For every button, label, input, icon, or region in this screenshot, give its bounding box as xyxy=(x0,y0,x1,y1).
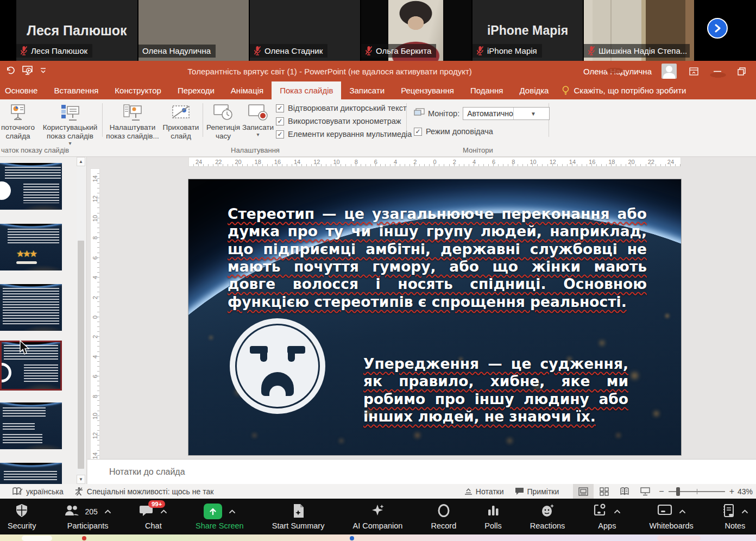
scrollbar-thumb[interactable] xyxy=(78,241,84,469)
minimize-button[interactable] xyxy=(710,64,724,78)
next-participants-button[interactable] xyxy=(707,18,728,39)
ribbon-checkbox-3[interactable]: ✓Елементи керування мультимедіа xyxy=(276,130,412,139)
slide-thumbnail-2[interactable]: ★★★ xyxy=(0,224,62,270)
participant-tile-5[interactable]: iPhone МаріяiPhone Марія xyxy=(472,0,583,61)
tab-Переходи[interactable]: Переходи xyxy=(169,81,223,99)
checkbox-icon[interactable]: ✓ xyxy=(276,117,284,125)
tab-Записати[interactable]: Записати xyxy=(341,81,393,99)
zoom-slider-thumb[interactable] xyxy=(676,487,680,496)
toolbar-participants[interactable]: 205Participants xyxy=(64,504,111,530)
zoom-percentage[interactable]: 43% xyxy=(738,487,756,496)
tab-Показ слайдів[interactable]: Показ слайдів xyxy=(272,81,341,99)
presenter-mode-checkbox[interactable]: ✓ Режим доповідача xyxy=(414,127,493,136)
slide-paragraph-prejudice[interactable]: Упередження — це судження, як правило, х… xyxy=(363,355,628,425)
notes-toggle[interactable]: Нотатки xyxy=(459,487,509,496)
ribbon-button-поточного[interactable]: поточногослайда xyxy=(0,103,36,141)
ribbon-checkbox-2[interactable]: ✓Використовувати хронометраж xyxy=(276,117,412,125)
tab-Подання[interactable]: Подання xyxy=(462,81,512,99)
start-slideshow-icon[interactable] xyxy=(22,66,33,77)
participant-tile-2[interactable]: Олена Надулична xyxy=(138,0,249,61)
tab-Конструктор[interactable]: Конструктор xyxy=(106,81,169,99)
ribbon-checkbox-1[interactable]: ✓Відтворювати дикторський текст xyxy=(276,104,412,112)
participant-tile-3[interactable]: Олена Стадник xyxy=(250,0,360,61)
reading-view-button[interactable] xyxy=(614,484,635,499)
slide-thumbnail-4[interactable] xyxy=(0,341,62,391)
zoom-in-button[interactable]: + xyxy=(729,487,734,496)
chevron-up-icon[interactable] xyxy=(160,509,167,514)
sad-face-icon[interactable] xyxy=(230,318,325,414)
slide-canvas[interactable]: Стереотип — це узагальнююче переконання … xyxy=(188,179,681,455)
ribbon-button-налаштувати[interactable]: Налаштуватипоказ слайдів... xyxy=(105,103,160,141)
ribbon-display-options-icon[interactable] xyxy=(686,64,701,78)
slide-thumbnail-5[interactable] xyxy=(0,402,62,449)
ribbon-button-label: Приховати xyxy=(163,123,199,132)
customize-qat-icon[interactable] xyxy=(40,66,46,76)
toolbar-reactions[interactable]: Reactions xyxy=(530,504,565,530)
notes-placeholder[interactable]: Нотатки до слайда xyxy=(87,467,185,477)
tell-me-box[interactable]: Скажіть, що потрібно зробити xyxy=(557,81,691,99)
thumbnail-text-lines xyxy=(4,345,58,361)
toolbar-notes[interactable]: Notes xyxy=(722,504,748,530)
scroll-up-arrow[interactable]: ▲ xyxy=(77,157,85,166)
tab-Анімація[interactable]: Анімація xyxy=(223,81,272,99)
chevron-up-icon[interactable] xyxy=(614,509,621,514)
checkbox-icon[interactable]: ✓ xyxy=(276,104,284,112)
toolbar-apps[interactable]: Apps xyxy=(593,504,621,530)
thumbnail-text-lines xyxy=(4,471,57,481)
chat-icon-wrap: 99+ xyxy=(140,504,167,520)
chevron-up-icon[interactable] xyxy=(679,509,686,514)
ribbon-button-записати[interactable]: Записати▾ xyxy=(241,103,275,137)
checkbox-icon[interactable]: ✓ xyxy=(414,128,422,136)
accessibility-status[interactable]: Спеціальні можливості: щось не так xyxy=(69,487,219,496)
thumbnail-face-graphic xyxy=(0,363,11,382)
ai-companion-icon-wrap xyxy=(370,504,385,520)
dropdown-caret-icon: ▾ xyxy=(68,141,71,146)
participant-tile-1[interactable]: Леся ПалюшокЛеся Палюшок xyxy=(16,0,137,61)
toolbar-security[interactable]: Security xyxy=(8,504,36,530)
toolbar-record[interactable]: Record xyxy=(431,504,456,530)
participant-name-label: Ольга Беркита xyxy=(361,44,436,58)
notes-pane[interactable]: Нотатки до слайда xyxy=(87,459,756,484)
slideshow-view-button[interactable] xyxy=(635,484,656,499)
chevron-up-icon[interactable] xyxy=(741,509,748,514)
slide-paragraph-stereotype[interactable]: Стереотип — це узагальнююче переконання … xyxy=(228,205,647,311)
zoom-out-button[interactable]: − xyxy=(659,487,664,496)
comments-toggle[interactable]: Примітки xyxy=(509,487,565,496)
thumbnail-scrollbar[interactable]: ▲ ▼ xyxy=(77,157,85,484)
thumbnail-text-lines xyxy=(24,364,58,383)
participant-tile-4[interactable]: Ольга Беркита xyxy=(361,0,471,61)
participant-tile-6[interactable]: Шишкіна Надія Степа... xyxy=(584,0,694,61)
scroll-down-arrow[interactable]: ▼ xyxy=(77,475,85,484)
ribbon-button-приховати[interactable]: Приховатислайд xyxy=(161,103,201,141)
slide-thumbnail-3[interactable] xyxy=(0,284,62,331)
account-user-name[interactable]: Олена Надулична xyxy=(583,67,652,76)
ribbon-button-користувацький[interactable]: Користувацькийпоказ слайдів▾ xyxy=(39,103,101,146)
toolbar-chat[interactable]: 99+Chat xyxy=(140,504,167,530)
chevron-up-icon[interactable] xyxy=(104,509,111,514)
slide-sorter-view-button[interactable] xyxy=(594,484,614,499)
ribbon-button-репетиція[interactable]: Репетиціячасу xyxy=(204,103,242,141)
zoom-slider-track[interactable] xyxy=(669,491,725,492)
restore-button[interactable] xyxy=(734,64,748,78)
checkbox-icon[interactable]: ✓ xyxy=(276,130,284,139)
tab-Довідка[interactable]: Довідка xyxy=(512,81,557,99)
normal-view-button[interactable] xyxy=(573,484,594,499)
tab-Основне[interactable]: Основне xyxy=(0,81,46,99)
undo-icon[interactable] xyxy=(5,66,15,77)
account-avatar[interactable] xyxy=(662,64,677,79)
toolbar-label: Participants xyxy=(67,521,109,530)
spell-check-button[interactable]: українська xyxy=(0,487,69,496)
toolbar-share-screen[interactable]: Share Screen xyxy=(196,504,244,530)
desktop-dot-blue xyxy=(350,536,354,540)
tab-Вставлення[interactable]: Вставлення xyxy=(46,81,106,99)
dropdown-arrow-icon[interactable]: ▼ xyxy=(513,108,549,119)
notes-icon-wrap xyxy=(722,504,748,520)
toolbar-ai-companion[interactable]: AI Companion xyxy=(353,504,403,530)
slide-thumbnail-1[interactable] xyxy=(0,163,62,210)
chevron-up-icon[interactable] xyxy=(229,509,236,514)
monitor-dropdown[interactable]: Автоматично▼ xyxy=(463,107,550,120)
toolbar-whiteboards[interactable]: Whiteboards xyxy=(649,504,693,530)
toolbar-polls[interactable]: Polls xyxy=(484,504,501,530)
tab-Рецензування[interactable]: Рецензування xyxy=(393,81,462,99)
toolbar-start-summary[interactable]: Start Summary xyxy=(272,504,325,530)
